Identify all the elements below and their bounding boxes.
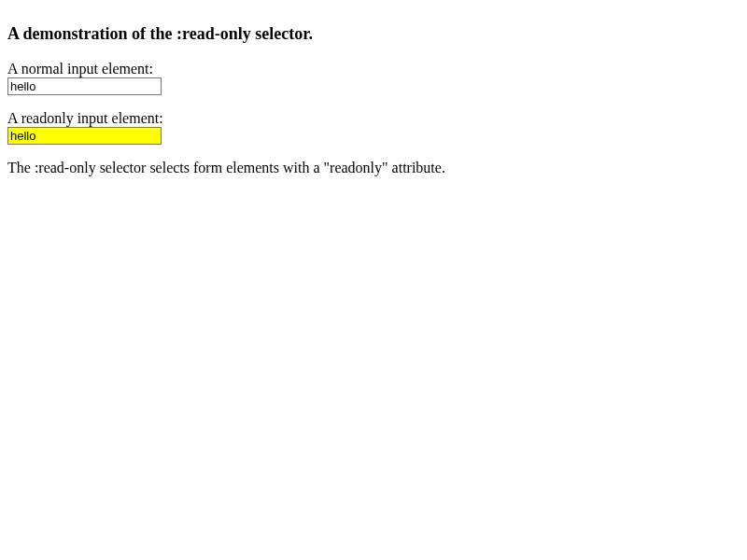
normal-input[interactable] <box>7 77 162 95</box>
readonly-input-paragraph: A readonly input element: <box>7 110 740 145</box>
normal-input-paragraph: A normal input element: <box>7 61 740 95</box>
readonly-input[interactable] <box>7 127 162 145</box>
readonly-input-label: A readonly input element: <box>7 110 163 126</box>
normal-input-label: A normal input element: <box>7 61 153 77</box>
explanation-text: The :read-only selector selects form ele… <box>7 160 740 176</box>
page-heading: A demonstration of the :read-only select… <box>7 24 740 44</box>
